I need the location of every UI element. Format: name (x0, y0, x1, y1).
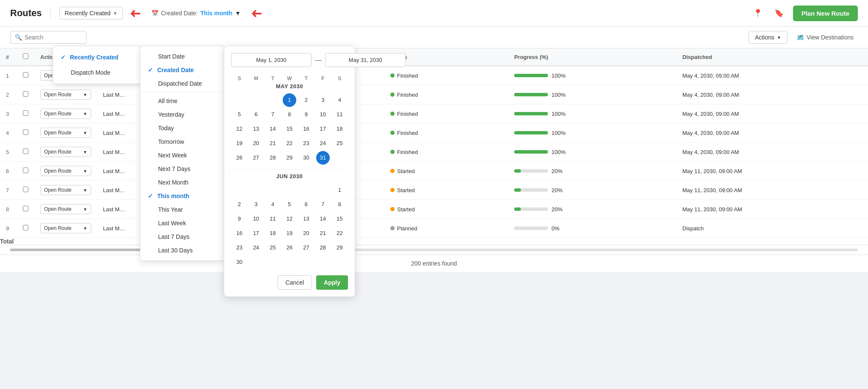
calendar-day[interactable]: 10 (249, 212, 263, 226)
calendar-day[interactable]: 16 (299, 122, 313, 136)
date-option-next-7-days[interactable]: Next 7 Days (140, 162, 224, 176)
calendar-day[interactable]: 5 (283, 198, 296, 211)
view-destinations-button[interactable]: 🗺️ View Destinations (793, 31, 858, 43)
sort-filter-button[interactable]: Recently Created ▼ (59, 7, 123, 20)
calendar-day[interactable]: 29 (283, 151, 296, 165)
calendar-day[interactable]: 6 (299, 198, 313, 211)
route-action-select-1[interactable]: Open Route ▼ (40, 90, 91, 100)
date-option-next-month[interactable]: Next Month (140, 176, 224, 189)
calendar-day[interactable]: 3 (249, 198, 263, 211)
row-checkbox-8[interactable] (23, 225, 28, 230)
calendar-day[interactable]: 8 (283, 108, 296, 121)
calendar-day[interactable]: 30 (233, 255, 246, 269)
search-input[interactable] (25, 34, 82, 41)
calendar-day[interactable]: 27 (249, 151, 263, 165)
calendar-day[interactable]: 14 (316, 212, 330, 226)
route-action-select-3[interactable]: Open Route ▼ (40, 128, 91, 138)
calendar-day[interactable]: 26 (233, 151, 246, 165)
start-date-input[interactable] (231, 53, 312, 67)
calendar-day[interactable]: 7 (266, 108, 280, 121)
date-option-this-year[interactable]: This Year (140, 203, 224, 216)
calendar-day[interactable]: 28 (266, 151, 280, 165)
calendar-day[interactable]: 17 (249, 227, 263, 240)
sort-option-dispatch-mode[interactable]: Dispatch Mode (53, 65, 141, 80)
row-checkbox-1[interactable] (23, 91, 28, 97)
calendar-day[interactable]: 12 (283, 212, 296, 226)
date-field-option-start-date[interactable]: Start Date (140, 50, 224, 63)
calendar-day[interactable]: 13 (249, 122, 263, 136)
calendar-day[interactable]: 9 (233, 212, 246, 226)
calendar-day[interactable]: 26 (283, 241, 296, 255)
date-option-today[interactable]: Today (140, 121, 224, 135)
calendar-day[interactable]: 22 (283, 137, 296, 150)
calendar-day[interactable]: 22 (333, 227, 346, 240)
calendar-day[interactable]: 23 (233, 241, 246, 255)
calendar-day[interactable]: 31 (316, 151, 330, 165)
bookmark-icon-button[interactable]: 🔖 (772, 6, 786, 20)
calendar-day[interactable]: 20 (299, 227, 313, 240)
apply-button[interactable]: Apply (316, 275, 348, 290)
date-option-next-week[interactable]: Next Week (140, 148, 224, 162)
route-action-select-8[interactable]: Open Route ▼ (40, 223, 91, 233)
calendar-day[interactable]: 1 (283, 93, 296, 107)
calendar-day[interactable]: 27 (299, 241, 313, 255)
route-action-select-5[interactable]: Open Route ▼ (40, 166, 91, 176)
row-checkbox-6[interactable] (23, 187, 28, 192)
calendar-day[interactable]: 23 (299, 137, 313, 150)
date-option-all-time[interactable]: All time (140, 94, 224, 108)
calendar-day[interactable]: 10 (316, 108, 330, 121)
date-option-tomorrow[interactable]: Tomorrow (140, 135, 224, 148)
end-date-input[interactable] (325, 53, 406, 67)
calendar-day[interactable]: 15 (283, 122, 296, 136)
date-field-option-dispatched-date[interactable]: Dispatched Date (140, 77, 224, 90)
date-option-last-week[interactable]: Last Week (140, 216, 224, 230)
calendar-day[interactable]: 21 (316, 227, 330, 240)
calendar-day[interactable]: 4 (333, 93, 346, 107)
calendar-day[interactable]: 15 (333, 212, 346, 226)
calendar-day[interactable]: 7 (316, 198, 330, 211)
route-action-select-2[interactable]: Open Route ▼ (40, 109, 91, 119)
calendar-day[interactable]: 18 (266, 227, 280, 240)
calendar-day[interactable]: 24 (316, 137, 330, 150)
location-icon-button[interactable]: 📍 (751, 6, 765, 20)
route-action-select-6[interactable]: Open Route ▼ (40, 185, 91, 195)
calendar-day[interactable]: 18 (333, 122, 346, 136)
actions-button[interactable]: Actions ▼ (748, 31, 787, 44)
sort-option-recently-created[interactable]: ✓ Recently Created (53, 50, 141, 65)
cancel-button[interactable]: Cancel (278, 275, 312, 290)
calendar-day[interactable]: 20 (249, 137, 263, 150)
calendar-day[interactable]: 19 (233, 137, 246, 150)
calendar-day[interactable]: 16 (233, 227, 246, 240)
row-checkbox-2[interactable] (23, 110, 28, 116)
calendar-day[interactable]: 12 (233, 122, 246, 136)
row-checkbox-5[interactable] (23, 168, 28, 173)
calendar-day[interactable]: 30 (299, 151, 313, 165)
calendar-day[interactable]: 21 (266, 137, 280, 150)
plan-new-route-button[interactable]: Plan New Route (793, 6, 858, 21)
calendar-day[interactable]: 25 (333, 137, 346, 150)
row-checkbox-0[interactable] (23, 72, 28, 78)
row-checkbox-7[interactable] (23, 206, 28, 211)
row-checkbox-4[interactable] (23, 148, 28, 154)
route-action-select-4[interactable]: Open Route ▼ (40, 147, 91, 157)
route-action-select-7[interactable]: Open Route ▼ (40, 204, 91, 214)
calendar-day[interactable]: 13 (299, 212, 313, 226)
select-all-checkbox[interactable] (23, 53, 28, 59)
calendar-day[interactable]: 28 (316, 241, 330, 255)
calendar-day[interactable]: 4 (266, 198, 280, 211)
calendar-day[interactable]: 11 (333, 108, 346, 121)
calendar-day[interactable]: 5 (233, 108, 246, 121)
calendar-day[interactable]: 2 (299, 93, 313, 107)
calendar-day[interactable]: 14 (266, 122, 280, 136)
date-option-last-7-days[interactable]: Last 7 Days (140, 230, 224, 243)
calendar-day[interactable]: 17 (316, 122, 330, 136)
date-option-last-30-days[interactable]: Last 30 Days (140, 243, 224, 257)
calendar-day[interactable]: 8 (333, 198, 346, 211)
row-checkbox-3[interactable] (23, 129, 28, 135)
calendar-day[interactable]: 19 (283, 227, 296, 240)
calendar-day[interactable]: 2 (233, 198, 246, 211)
date-filter-button[interactable]: 📅 Created Date: This month ▼ (148, 7, 244, 19)
calendar-day[interactable]: 3 (316, 93, 330, 107)
date-option-yesterday[interactable]: Yesterday (140, 108, 224, 121)
calendar-day[interactable]: 6 (249, 108, 263, 121)
